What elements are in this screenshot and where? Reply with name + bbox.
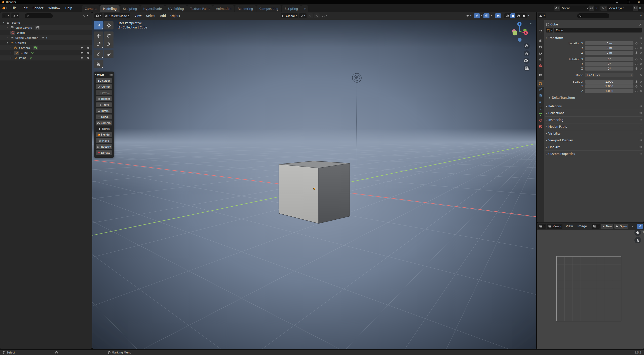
tab-camera[interactable]: Camera xyxy=(82,5,100,12)
value-field[interactable]: 0 m xyxy=(585,41,633,45)
quick-button-camera[interactable]: Camera xyxy=(96,120,112,125)
image-menu-image[interactable]: Image xyxy=(575,224,589,228)
outliner-row-scene[interactable]: ▼Scene xyxy=(0,20,92,25)
image-mode-selector[interactable]: View▾ xyxy=(547,224,562,229)
scene-copy-button[interactable] xyxy=(589,6,594,11)
quick-button-center[interactable]: Center xyxy=(96,84,112,89)
value-field[interactable]: 0 m xyxy=(585,51,633,55)
panel-visibility[interactable]: ▸Visibility xyxy=(545,130,642,137)
disable-in-renders-toggle[interactable] xyxy=(86,56,90,60)
close-button[interactable]: ✕ xyxy=(638,1,640,4)
outliner-row-objects[interactable]: ▼Objects xyxy=(0,40,92,45)
overlays-toggle[interactable] xyxy=(483,13,489,18)
viewport-editor-type-button[interactable]: ▾ xyxy=(94,13,102,18)
menu-edit[interactable]: Edit xyxy=(19,4,30,12)
quick-button-blender[interactable]: Blender xyxy=(96,132,112,137)
shading-material-button[interactable] xyxy=(516,13,521,18)
disable-in-renders-toggle[interactable] xyxy=(86,46,90,50)
menu-render[interactable]: Render xyxy=(30,4,46,12)
view-layer-copy-button[interactable] xyxy=(633,6,638,11)
outliner-row-cube[interactable]: ►Cube xyxy=(0,50,92,55)
viewport-menu-add[interactable]: Add xyxy=(158,14,168,18)
disclosure-right-icon[interactable]: ► xyxy=(11,57,13,59)
menu-window[interactable]: Window xyxy=(46,4,63,12)
rotate-tool-button[interactable] xyxy=(104,31,113,40)
quick-button-donate[interactable]: Donate xyxy=(96,150,112,155)
quick-panel-header[interactable]: ▾ V4.0 xyxy=(94,73,114,77)
image-editor-type-button[interactable]: ▾ xyxy=(538,224,546,229)
properties-tab-material[interactable] xyxy=(537,117,544,124)
image-canvas-bounds[interactable] xyxy=(556,256,621,321)
value-field[interactable]: 0 m xyxy=(585,46,633,50)
quick-button-industry[interactable]: Industry xyxy=(96,144,112,149)
pin-icon[interactable] xyxy=(639,23,642,26)
chevron-down-icon[interactable]: ▾ xyxy=(491,15,492,17)
panel-relations[interactable]: ▸Relations xyxy=(545,103,642,110)
panel-viewport-display[interactable]: ▸Viewport Display xyxy=(545,137,642,144)
proportional-falloff-button[interactable]: ▾ xyxy=(321,13,328,18)
tab-modeling[interactable]: Modeling xyxy=(100,5,120,12)
proportional-editing-toggle[interactable] xyxy=(314,13,320,18)
hide-in-viewport-toggle[interactable] xyxy=(80,51,84,55)
outliner-editor-type-button[interactable]: ▾ xyxy=(2,13,10,18)
snap-target-button[interactable]: ▾ xyxy=(299,13,307,18)
viewport-3d-scene[interactable] xyxy=(92,12,536,349)
lock-icon[interactable] xyxy=(635,58,638,61)
lock-icon[interactable] xyxy=(635,67,638,70)
properties-tab-constraint[interactable] xyxy=(537,105,544,111)
blender-menu-button[interactable]: ▾ xyxy=(0,6,9,10)
shading-wireframe-button[interactable] xyxy=(505,13,510,18)
quick-button-quad-[interactable]: Quad... xyxy=(96,114,112,119)
value-field[interactable]: 0° xyxy=(585,67,633,71)
quick-button-sym-[interactable]: Sym... xyxy=(96,90,112,95)
lock-icon[interactable] xyxy=(635,80,638,83)
properties-tab-particles[interactable] xyxy=(537,92,544,99)
hide-in-viewport-toggle[interactable] xyxy=(80,56,84,60)
animate-dot[interactable] xyxy=(640,63,642,65)
quick-button-extras[interactable]: Extras xyxy=(96,126,112,131)
object-id-selector[interactable]: ▾ xyxy=(546,28,553,33)
pin-icon[interactable] xyxy=(631,225,634,228)
minimize-button[interactable]: — xyxy=(616,1,618,4)
quick-button-maya[interactable]: MMaya xyxy=(96,138,112,143)
properties-tab-world[interactable] xyxy=(537,62,544,69)
chevron-down-icon[interactable]: ▾ xyxy=(528,15,529,17)
image-menu-view[interactable]: View xyxy=(563,224,575,228)
disable-in-renders-toggle[interactable] xyxy=(86,51,90,55)
properties-tab-scene[interactable] xyxy=(537,56,544,63)
properties-options-chevron[interactable]: ▾ xyxy=(640,15,641,17)
animate-dot[interactable] xyxy=(640,43,642,44)
lock-icon[interactable] xyxy=(635,85,638,88)
move-tool-button[interactable] xyxy=(94,31,103,40)
lock-icon[interactable] xyxy=(635,89,638,92)
add-workspace-button[interactable]: + xyxy=(301,5,308,12)
viewport-editor[interactable]: ▾ Object Mode▾ ViewSelectAddObject Globa… xyxy=(92,12,536,349)
outliner-search-input[interactable] xyxy=(25,13,53,18)
outliner-row-world[interactable]: World xyxy=(0,30,92,35)
properties-tab-viewlayers[interactable] xyxy=(537,50,544,56)
lock-icon[interactable] xyxy=(635,62,638,66)
xray-toggle[interactable] xyxy=(495,13,501,18)
lock-icon[interactable] xyxy=(635,51,638,54)
select-tool-button[interactable] xyxy=(94,21,103,29)
outliner-filter-button[interactable]: ▾ xyxy=(81,13,89,18)
hide-in-viewport-toggle[interactable] xyxy=(80,46,84,50)
menu-file[interactable]: File xyxy=(9,4,19,12)
disclosure-down-icon[interactable]: ▼ xyxy=(3,22,6,24)
disclosure-down-icon[interactable]: ▼ xyxy=(7,42,9,44)
snap-toggle[interactable] xyxy=(308,13,313,18)
view-layer-selector[interactable]: ▾ View Layer ✕ xyxy=(600,6,642,11)
panel-delta-transform[interactable]: ▸Delta Transform xyxy=(545,95,642,101)
outliner-row-scene-collection[interactable]: ►Scene Collection2 xyxy=(0,35,92,40)
properties-tab-printer[interactable] xyxy=(537,44,544,50)
quick-button-tutori-[interactable]: Tutori... xyxy=(96,108,112,113)
animate-dot[interactable] xyxy=(640,74,642,76)
shading-rendered-button[interactable] xyxy=(521,13,526,18)
axis-neg-y-ball[interactable] xyxy=(513,31,517,36)
transform-orientation-selector[interactable]: Global▾ xyxy=(281,13,298,18)
disclosure-right-icon[interactable]: ► xyxy=(11,47,13,49)
transform-tool-button[interactable] xyxy=(104,40,113,48)
scene-selector[interactable]: ▾ Scene ✕ xyxy=(554,6,599,11)
disclosure-right-icon[interactable]: ► xyxy=(7,27,9,29)
chevron-down-icon[interactable]: ▾ xyxy=(481,15,482,17)
